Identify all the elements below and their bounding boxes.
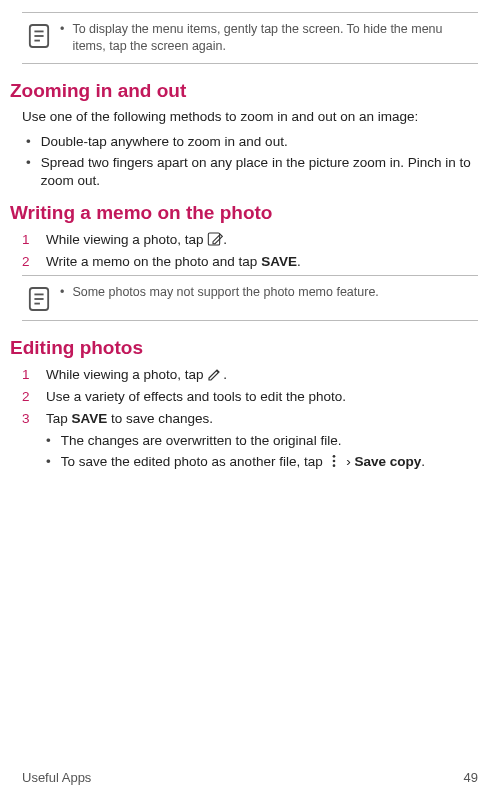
save-copy-label: Save copy: [354, 454, 421, 469]
note-text: Some photos may not support the photo me…: [72, 284, 378, 301]
bullet-dot: •: [26, 133, 31, 151]
memo-step-2b: .: [297, 254, 301, 269]
note-icon: [28, 23, 50, 49]
edit-sub-2a: To save the edited photo as another file…: [61, 454, 327, 469]
step-number: 1: [22, 366, 36, 384]
bullet-dot: •: [26, 154, 31, 190]
note-box: • To display the menu items, gently tap …: [22, 12, 478, 64]
note-text: To display the menu items, gently tap th…: [72, 21, 472, 55]
note-box: • Some photos may not support the photo …: [22, 275, 478, 321]
memo-steps: 1 While viewing a photo, tap . 2 Write a…: [22, 231, 478, 271]
memo-write-icon: [207, 231, 223, 247]
edit-step-3b: to save changes.: [107, 411, 213, 426]
memo-step-1b: .: [223, 232, 227, 247]
page-number: 49: [464, 769, 478, 787]
edit-step-1b: .: [223, 367, 227, 382]
zoom-bullet-1: Double-tap anywhere to zoom in and out.: [41, 133, 288, 151]
note-content: • To display the menu items, gently tap …: [60, 21, 472, 55]
bullet-dot: •: [60, 21, 64, 55]
section-heading-edit: Editing photos: [10, 335, 478, 361]
pencil-icon: [207, 366, 223, 382]
save-label: SAVE: [72, 411, 108, 426]
memo-step-1a: While viewing a photo, tap: [46, 232, 207, 247]
memo-step-2a: Write a memo on the photo and tap: [46, 254, 261, 269]
svg-point-11: [333, 460, 336, 463]
note-content: • Some photos may not support the photo …: [60, 284, 472, 301]
edit-sub-2b: .: [421, 454, 425, 469]
zoom-intro: Use one of the following methods to zoom…: [22, 108, 478, 126]
footer-section: Useful Apps: [22, 769, 91, 787]
edit-step-3: Tap SAVE to save changes. • The changes …: [46, 410, 478, 474]
edit-sub-1: The changes are overwritten to the origi…: [61, 432, 342, 450]
step-number: 3: [22, 410, 36, 474]
page-footer: Useful Apps 49: [22, 769, 478, 787]
step-number: 1: [22, 231, 36, 249]
section-heading-memo: Writing a memo on the photo: [10, 200, 478, 226]
step-number: 2: [22, 253, 36, 271]
section-heading-zoom: Zooming in and out: [10, 78, 478, 104]
edit-step-1: While viewing a photo, tap .: [46, 366, 478, 384]
zoom-bullets: • Double-tap anywhere to zoom in and out…: [26, 133, 478, 191]
memo-step-1: While viewing a photo, tap .: [46, 231, 478, 249]
edit-sub-2: To save the edited photo as another file…: [61, 453, 425, 471]
note-icon: [28, 286, 50, 312]
svg-point-12: [333, 464, 336, 467]
edit-steps: 1 While viewing a photo, tap . 2 Use a v…: [22, 366, 478, 474]
chevron-right-icon: ›: [346, 454, 351, 469]
svg-point-10: [333, 455, 336, 458]
edit-step-1a: While viewing a photo, tap: [46, 367, 207, 382]
edit-step-3a: Tap: [46, 411, 72, 426]
save-label: SAVE: [261, 254, 297, 269]
bullet-dot: •: [46, 453, 51, 471]
edit-step-2: Use a variety of effects and tools to ed…: [46, 388, 478, 406]
zoom-bullet-2: Spread two fingers apart on any place in…: [41, 154, 478, 190]
edit-sub-bullets: • The changes are overwritten to the ori…: [46, 432, 478, 471]
bullet-dot: •: [60, 284, 64, 301]
memo-step-2: Write a memo on the photo and tap SAVE.: [46, 253, 478, 271]
more-vertical-icon: [326, 453, 342, 469]
bullet-dot: •: [46, 432, 51, 450]
step-number: 2: [22, 388, 36, 406]
